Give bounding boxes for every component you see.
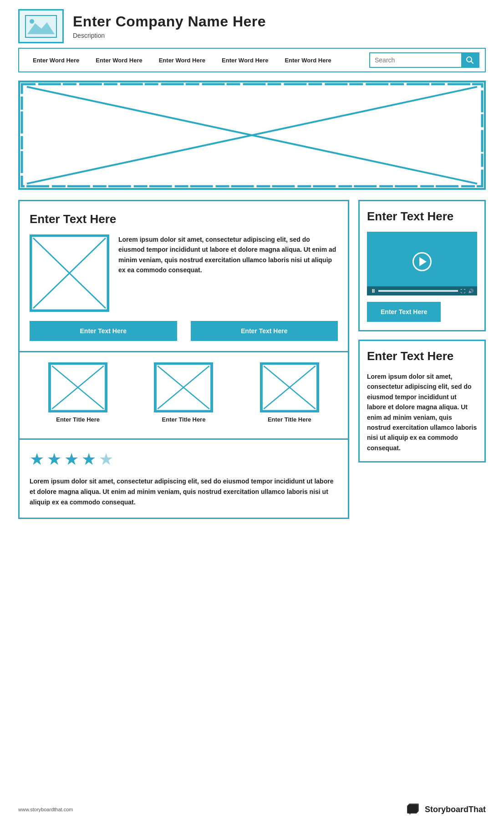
video-player[interactable]: ⏸ ⛶ 🔊 [367, 232, 477, 295]
video-card: Enter Text Here ⏸ ⛶ 🔊 Enter Text Here [358, 200, 486, 331]
footer-logo-icon [407, 803, 421, 816]
nav-item-2[interactable]: Enter Word Here [87, 54, 150, 66]
header-text: Enter Company Name Here Description [73, 13, 266, 39]
video-card-button[interactable]: Enter Text Here [367, 302, 441, 322]
svg-rect-22 [408, 804, 418, 813]
search-input[interactable] [370, 54, 461, 66]
nav-item-1[interactable]: Enter Word Here [25, 54, 87, 66]
footer-url: www.storyboardthat.com [18, 807, 73, 812]
search-button[interactable] [461, 53, 479, 67]
search-icon [466, 56, 474, 64]
footer-brand: StoryboardThat [407, 803, 486, 816]
gallery-thumb-2 [154, 362, 213, 412]
main-content: Enter Text Here Lorem ipsum dolor sit am… [18, 200, 486, 785]
gallery-card: Enter Title Here Enter Title Here [18, 352, 349, 440]
footer-brand-name: StoryboardThat [425, 805, 486, 814]
review-section: ★ ★ ★ ★ ★ Lorem ipsum dolor sit amet, co… [18, 440, 349, 519]
review-text: Lorem ipsum dolor sit amet, consectetur … [30, 476, 338, 508]
gallery-item-2: Enter Title Here [135, 362, 232, 423]
nav-item-3[interactable]: Enter Word Here [151, 54, 214, 66]
card-button-1[interactable]: Enter Text Here [30, 321, 177, 341]
svg-point-1 [30, 19, 34, 24]
svg-line-3 [471, 61, 473, 64]
star-4: ★ [81, 450, 96, 469]
company-description: Description [73, 32, 266, 39]
header: Enter Company Name Here Description [18, 9, 486, 43]
star-1: ★ [30, 450, 44, 469]
gallery-title-2: Enter Title Here [162, 416, 206, 423]
gallery-title-1: Enter Title Here [56, 416, 100, 423]
left-column: Enter Text Here Lorem ipsum dolor sit am… [18, 200, 349, 785]
video-controls: ⏸ ⛶ 🔊 [367, 286, 477, 295]
pause-icon[interactable]: ⏸ [371, 288, 376, 294]
right-column: Enter Text Here ⏸ ⛶ 🔊 Enter Text Here En… [358, 200, 486, 785]
gallery-thumb-1 [48, 362, 107, 412]
nav-item-4[interactable]: Enter Word Here [214, 54, 276, 66]
card-image-placeholder [30, 234, 109, 312]
gallery-title-3: Enter Title Here [268, 416, 311, 423]
star-2: ★ [47, 450, 61, 469]
card-top-left: Enter Text Here Lorem ipsum dolor sit am… [18, 200, 349, 352]
card-button-2[interactable]: Enter Text Here [191, 321, 338, 341]
card-body-row: Lorem ipsum dolor sit amet, consectetur … [30, 234, 338, 312]
svg-marker-23 [409, 813, 411, 815]
gallery-row: Enter Title Here Enter Title Here [30, 362, 338, 423]
info-card: Enter Text Here Lorem ipsum dolor sit am… [358, 340, 486, 463]
nav-item-5[interactable]: Enter Word Here [276, 54, 339, 66]
star-3: ★ [64, 450, 79, 469]
nav-items: Enter Word Here Enter Word Here Enter Wo… [25, 54, 369, 66]
gallery-item-3: Enter Title Here [241, 362, 338, 423]
play-button[interactable] [412, 252, 432, 271]
company-logo [18, 9, 64, 43]
search-box [369, 52, 479, 68]
progress-bar[interactable] [378, 290, 458, 292]
stars-row: ★ ★ ★ ★ ★ [30, 450, 338, 469]
gallery-item-1: Enter Title Here [30, 362, 126, 423]
expand-icon[interactable]: ⛶ [461, 289, 465, 294]
volume-icon[interactable]: 🔊 [468, 289, 473, 294]
left-top-card-title: Enter Text Here [30, 212, 338, 226]
navbar: Enter Word Here Enter Word Here Enter Wo… [18, 48, 486, 72]
gallery-thumb-3 [260, 362, 319, 412]
card-buttons: Enter Text Here Enter Text Here [30, 321, 338, 341]
company-name: Enter Company Name Here [73, 13, 266, 30]
video-card-title: Enter Text Here [367, 209, 477, 224]
card-body-text: Lorem ipsum dolor sit amet, consectetur … [118, 234, 338, 275]
info-card-title: Enter Text Here [367, 349, 477, 363]
footer: www.storyboardthat.com StoryboardThat [18, 798, 486, 816]
info-card-text: Lorem ipsum dolor sit amet, consectetur … [367, 371, 477, 453]
hero-banner [18, 81, 486, 190]
star-5: ★ [99, 450, 113, 469]
